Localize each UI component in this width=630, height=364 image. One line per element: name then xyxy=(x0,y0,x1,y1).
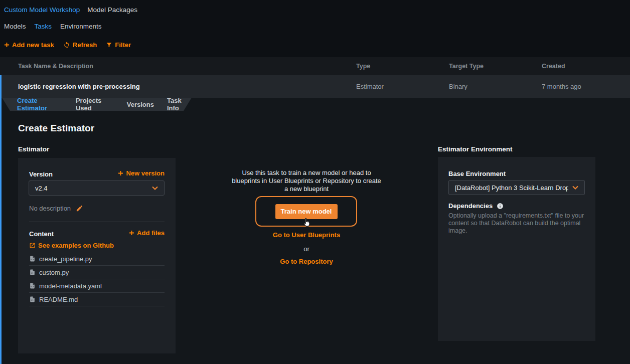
dependencies-header: Dependencies xyxy=(448,202,504,210)
task-toolbar: Add new task Refresh Filter xyxy=(4,41,131,49)
train-description-text: Use this task to train a new model or he… xyxy=(216,169,397,193)
breadcrumb: Custom Model Workshop Model Packages xyxy=(4,6,137,14)
selected-row-accent xyxy=(0,75,2,364)
chevron-down-icon xyxy=(152,186,158,190)
code-file-icon xyxy=(29,269,36,276)
custom-model-workshop-screen: Custom Model Workshop Model Packages Mod… xyxy=(0,0,630,364)
breadcrumb-model-packages[interactable]: Model Packages xyxy=(87,6,137,14)
task-type: Estimator xyxy=(356,75,384,98)
nav-tab-models[interactable]: Models xyxy=(4,23,26,30)
dependencies-hint-line2: content so that DataRobot can build the … xyxy=(448,220,588,235)
go-to-repository-link[interactable]: Go to Repository xyxy=(280,258,333,265)
train-new-model-button[interactable]: Train new model xyxy=(275,204,338,219)
tab-create-estimator[interactable]: Create Estimator xyxy=(17,97,63,112)
go-to-repository-link-wrap: Go to Repository xyxy=(216,258,397,265)
or-text: or xyxy=(216,245,397,253)
nav-tab-tasks[interactable]: Tasks xyxy=(35,23,52,30)
edit-pencil-icon[interactable] xyxy=(76,205,83,212)
info-icon[interactable] xyxy=(497,203,504,210)
breadcrumb-custom-model-workshop[interactable]: Custom Model Workshop xyxy=(4,6,80,14)
tab-projects-used[interactable]: Projects Used xyxy=(76,97,114,112)
task-name: logistic regression with pre-processing xyxy=(18,75,140,98)
nav-tab-environments[interactable]: Environments xyxy=(60,23,102,30)
base-environment-label: Base Environment xyxy=(448,170,506,177)
workshop-nav-tabs: Models Tasks Environments xyxy=(4,23,102,30)
plus-icon xyxy=(118,170,123,176)
file-item-create-pipeline[interactable]: create_pipeline.py xyxy=(29,252,165,266)
code-file-icon xyxy=(29,282,36,289)
train-highlight-outline: Train new model xyxy=(255,196,357,227)
add-new-task-button[interactable]: Add new task xyxy=(4,41,54,49)
refresh-button[interactable]: Refresh xyxy=(63,41,97,49)
base-environment-select[interactable]: [DataRobot] Python 3 Scikit-Learn Drop..… xyxy=(448,180,585,195)
refresh-icon xyxy=(63,42,70,49)
no-description-text: No description xyxy=(29,205,83,212)
file-item-model-metadata[interactable]: model-metadata.yaml xyxy=(29,279,165,293)
version-select[interactable]: v2.4 xyxy=(29,180,165,196)
table-row[interactable]: logistic regression with pre-processing … xyxy=(0,75,630,98)
column-target-type: Target Type xyxy=(449,57,484,75)
column-task-name: Task Name & Description xyxy=(18,57,93,75)
code-file-icon xyxy=(29,296,36,303)
version-label: Version xyxy=(29,170,53,178)
code-file-icon xyxy=(29,255,36,262)
add-files-button[interactable]: Add files xyxy=(129,229,165,237)
tab-versions[interactable]: Versions xyxy=(127,101,154,108)
file-item-custom[interactable]: custom.py xyxy=(29,266,165,279)
column-created: Created xyxy=(542,57,565,75)
external-link-icon xyxy=(29,242,36,249)
task-detail-tabs: Create Estimator Projects Used Versions … xyxy=(2,98,192,111)
plus-icon xyxy=(129,230,134,236)
plus-icon xyxy=(4,42,10,48)
estimator-card: Version New version v2.4 No description … xyxy=(18,158,176,353)
environment-card: Base Environment [DataRobot] Python 3 Sc… xyxy=(438,157,595,341)
page-title: Create Estimator xyxy=(18,123,94,134)
dependencies-label: Dependencies xyxy=(448,202,493,210)
new-version-button[interactable]: New version xyxy=(118,169,165,177)
estimator-section-label: Estimator xyxy=(18,145,49,153)
chevron-down-icon xyxy=(572,186,578,190)
dependencies-hint-line1: Optionally upload a "requirements.txt" f… xyxy=(448,212,588,220)
file-item-readme[interactable]: README.md xyxy=(29,293,165,306)
column-type: Type xyxy=(356,57,370,75)
estimator-card-divider xyxy=(29,222,165,222)
go-to-user-blueprints-link[interactable]: Go to User Blueprints xyxy=(273,231,340,239)
environment-section-label: Estimator Environment xyxy=(438,145,513,153)
task-target-type: Binary xyxy=(449,75,467,98)
filter-button[interactable]: Filter xyxy=(106,41,131,49)
content-label: Content xyxy=(29,230,54,238)
task-table-header: Task Name & Description Type Target Type… xyxy=(0,57,630,75)
filter-icon xyxy=(106,42,112,48)
go-to-user-blueprints-link-wrap: Go to User Blueprints xyxy=(216,231,397,239)
task-created: 7 months ago xyxy=(542,75,581,98)
github-examples-link[interactable]: See examples on Github xyxy=(29,242,114,249)
